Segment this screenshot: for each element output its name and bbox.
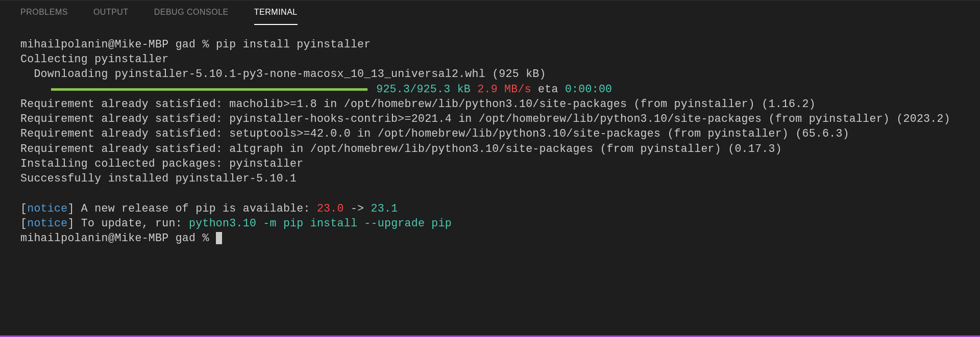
notice-bracket: [ — [20, 217, 27, 229]
command-text: pip install pyinstaller — [216, 38, 371, 50]
prompt-text: mihailpolanin@Mike-MBP gad % — [20, 38, 216, 50]
tab-terminal[interactable]: TERMINAL — [254, 8, 298, 25]
terminal-output[interactable]: mihailpolanin@Mike-MBP gad % pip install… — [0, 37, 980, 246]
output-line: Successfully installed pyinstaller-5.10.… — [20, 172, 297, 185]
version-old: 23.0 — [317, 202, 344, 215]
panel-tabs: PROBLEMS OUTPUT DEBUG CONSOLE TERMINAL — [0, 1, 980, 25]
tab-problems[interactable]: PROBLEMS — [20, 8, 68, 25]
notice-bracket: ] To update, run: — [67, 217, 189, 229]
output-line: Requirement already satisfied: setuptool… — [20, 127, 849, 140]
prompt-text: mihailpolanin@Mike-MBP gad % — [20, 232, 216, 244]
progress-bar — [51, 88, 368, 91]
notice-label: notice — [27, 217, 67, 229]
notice-bracket: ] A new release of pip is available: — [67, 202, 316, 215]
notice-bracket: [ — [20, 202, 27, 215]
output-line: Requirement already satisfied: altgraph … — [20, 143, 782, 155]
output-line: Requirement already satisfied: pyinstall… — [20, 113, 950, 125]
suggested-command: python3.10 -m pip install --upgrade pip — [189, 217, 452, 229]
version-new: 23.1 — [371, 202, 398, 215]
version-arrow: -> — [344, 202, 371, 215]
cursor-icon — [216, 232, 222, 244]
progress-size: 925.3/925.3 kB — [370, 83, 471, 95]
output-line: Requirement already satisfied: macholib>… — [20, 98, 816, 110]
output-line: Collecting pyinstaller — [20, 53, 168, 65]
notice-label: notice — [27, 202, 67, 215]
tab-output[interactable]: OUTPUT — [93, 8, 129, 25]
tab-debug-console[interactable]: DEBUG CONSOLE — [154, 8, 229, 25]
progress-eta: 0:00:00 — [565, 83, 612, 95]
progress-eta-label: eta — [531, 83, 565, 95]
progress-speed: 2.9 MB/s — [471, 83, 531, 95]
output-line: Downloading pyinstaller-5.10.1-py3-none-… — [20, 68, 546, 80]
output-line: Installing collected packages: pyinstall… — [20, 158, 304, 170]
